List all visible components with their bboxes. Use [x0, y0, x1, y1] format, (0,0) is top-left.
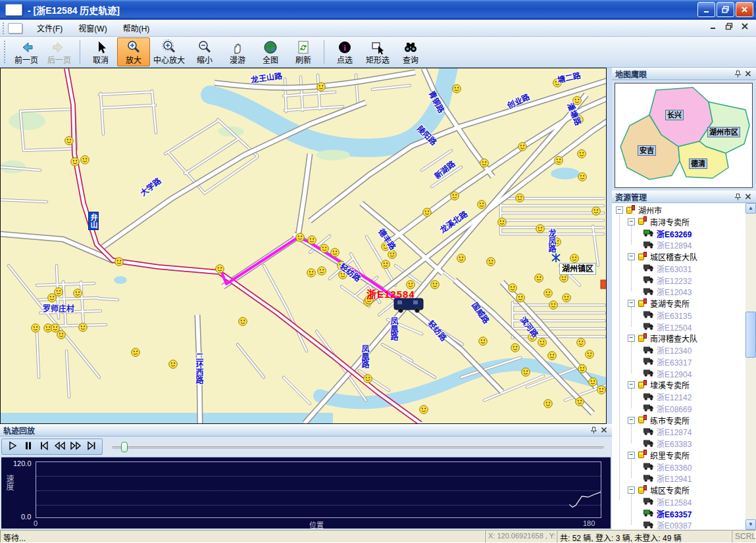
tree-group-南浔专卖所[interactable]: −南浔专卖所: [628, 216, 690, 227]
tree-vehicle-浙E12504[interactable]: 浙E12504: [643, 321, 692, 333]
restore-button[interactable]: [717, 2, 734, 17]
tree-vehicle-浙E63031[interactable]: 浙E63031: [643, 263, 692, 274]
vehicle-marker-smiley[interactable]: [307, 269, 316, 277]
tree-vehicle-浙E12584[interactable]: 浙E12584: [643, 496, 692, 508]
toolbar-button-refresh[interactable]: 刷新: [287, 37, 320, 66]
tree-vehicle-浙E09387[interactable]: 浙E09387: [643, 519, 692, 530]
tree-group-城区专卖所[interactable]: −城区专卖所: [628, 484, 690, 496]
close-icon[interactable]: [599, 425, 609, 435]
expand-toggle[interactable]: −: [616, 206, 623, 214]
vehicle-marker-smiley[interactable]: [81, 156, 89, 164]
vehicle-marker-smiley[interactable]: [296, 233, 305, 242]
toolbar-button-info-point[interactable]: i点选: [328, 37, 361, 66]
play-button[interactable]: [5, 440, 20, 454]
tree-vehicle-浙E63135[interactable]: 浙E63135: [643, 310, 692, 321]
tree-vehicle-浙E12941[interactable]: 浙E12941: [643, 473, 692, 484]
tree-vehicle-浙E12340[interactable]: 浙E12340: [643, 344, 692, 356]
vehicle-marker-smiley[interactable]: [318, 267, 326, 275]
vehicle-marker-smiley[interactable]: [592, 207, 601, 216]
vehicle-marker-smiley[interactable]: [548, 352, 557, 360]
vehicle-marker-smiley[interactable]: [132, 348, 140, 357]
vehicle-marker-smiley[interactable]: [74, 289, 82, 298]
menu-item-文件F[interactable]: 文件(F): [29, 20, 70, 36]
vehicle-marker-smiley[interactable]: [479, 337, 488, 346]
step-back-button[interactable]: [36, 440, 52, 454]
slider-thumb[interactable]: [121, 442, 128, 452]
tree-group-菱湖专卖所[interactable]: −菱湖专卖所: [628, 298, 690, 309]
tree-vehicle-浙E63357[interactable]: 浙E63357: [643, 508, 692, 519]
vehicle-marker-smiley[interactable]: [511, 344, 520, 352]
tree-root-湖州市[interactable]: −湖州市: [616, 204, 662, 216]
tree-vehicle-浙E63269[interactable]: 浙E63269: [643, 228, 692, 239]
vehicle-marker-smiley[interactable]: [308, 236, 316, 245]
menubar-grip[interactable]: [3, 22, 5, 34]
vehicle-marker-smiley[interactable]: [578, 365, 587, 373]
toolbar-button-zoom-center[interactable]: 中心放大: [150, 37, 188, 66]
vehicle-marker-smiley[interactable]: [576, 398, 584, 406]
tree-group-练市专卖所[interactable]: −练市专卖所: [628, 415, 690, 426]
expand-toggle[interactable]: −: [628, 218, 635, 225]
expand-toggle[interactable]: −: [628, 452, 635, 459]
toolbar-button-rect-select[interactable]: 矩形选: [361, 37, 394, 66]
pause-button[interactable]: [20, 440, 36, 454]
vehicle-marker-smiley[interactable]: [509, 284, 517, 293]
vehicle-marker-smiley[interactable]: [563, 294, 571, 302]
mdi-close-button[interactable]: [740, 22, 749, 30]
toolbar-button-globe[interactable]: 全图: [254, 37, 287, 66]
toolbar-grip[interactable]: [4, 41, 6, 63]
tree-vehicle-浙E12043[interactable]: 浙E12043: [643, 286, 692, 297]
vehicle-marker-smiley[interactable]: [536, 225, 545, 233]
vehicle-marker-smiley[interactable]: [55, 288, 63, 296]
vehicle-marker-smiley[interactable]: [431, 281, 440, 289]
vehicle-marker-smiley[interactable]: [560, 274, 568, 283]
vehicle-marker-smiley[interactable]: [578, 150, 586, 158]
vehicle-marker-smiley[interactable]: [364, 375, 372, 383]
tree-vehicle-浙E08669[interactable]: 浙E08669: [643, 403, 692, 414]
toolbar-button-zoom-in[interactable]: 放大: [117, 37, 150, 66]
mdi-restore-button[interactable]: [724, 22, 734, 30]
vehicle-marker-smiley[interactable]: [71, 158, 80, 166]
toolbar-button-zoom-out[interactable]: 缩小: [188, 37, 221, 66]
vehicle-marker-smiley[interactable]: [317, 83, 326, 91]
vehicle-marker-smiley[interactable]: [320, 245, 329, 253]
vehicle-marker-smiley[interactable]: [549, 301, 558, 310]
scroll-down-button[interactable]: ▼: [745, 519, 756, 530]
tree-vehicle-浙E63317[interactable]: 浙E63317: [643, 356, 692, 367]
vehicle-marker-smiley[interactable]: [522, 368, 530, 377]
vehicle-marker-smiley[interactable]: [516, 194, 524, 202]
vehicle-marker-smiley[interactable]: [453, 85, 461, 93]
toolbar-button-cursor[interactable]: 取消: [84, 37, 117, 66]
minimize-button[interactable]: [697, 2, 715, 17]
vehicle-marker-smiley[interactable]: [420, 406, 428, 414]
vehicle-marker-smiley[interactable]: [538, 339, 547, 347]
expand-toggle[interactable]: −: [628, 300, 635, 307]
menu-item-帮助H[interactable]: 帮助(H): [115, 20, 158, 36]
expand-toggle[interactable]: −: [628, 486, 635, 494]
toolbar-button-binoculars[interactable]: 查询: [394, 37, 427, 66]
step-forward-button[interactable]: [84, 440, 99, 454]
vehicle-marker-smiley[interactable]: [32, 324, 40, 333]
vehicle-marker-smiley[interactable]: [544, 400, 553, 408]
pin-icon[interactable]: [589, 425, 599, 435]
vehicle-marker-smiley[interactable]: [517, 294, 525, 302]
pin-icon[interactable]: [733, 192, 743, 202]
vehicle-marker-smiley[interactable]: [478, 201, 486, 209]
pin-icon[interactable]: [733, 69, 743, 79]
vehicle-marker-smiley[interactable]: [597, 386, 606, 394]
vehicle-marker-smiley[interactable]: [239, 318, 247, 326]
overview-map[interactable]: 长兴湖州市区安吉德清: [615, 83, 753, 188]
vehicle-marker-smiley[interactable]: [51, 324, 60, 333]
vehicle-marker-smiley[interactable]: [544, 289, 553, 298]
scroll-thumb[interactable]: [745, 312, 756, 358]
tree-vehicle-浙E12904[interactable]: 浙E12904: [643, 368, 692, 379]
vehicle-marker-smiley[interactable]: [382, 260, 390, 269]
mdi-minimize-button[interactable]: [709, 22, 718, 30]
close-button[interactable]: [736, 2, 753, 17]
vehicle-marker-smiley[interactable]: [570, 254, 579, 263]
expand-toggle[interactable]: −: [628, 253, 635, 260]
vehicle-marker-smiley[interactable]: [48, 294, 57, 302]
fast-forward-button[interactable]: [68, 440, 84, 454]
tree-vehicle-浙E12232[interactable]: 浙E12232: [643, 275, 692, 286]
close-icon[interactable]: [743, 192, 753, 202]
vehicle-marker-smiley[interactable]: [457, 254, 466, 263]
